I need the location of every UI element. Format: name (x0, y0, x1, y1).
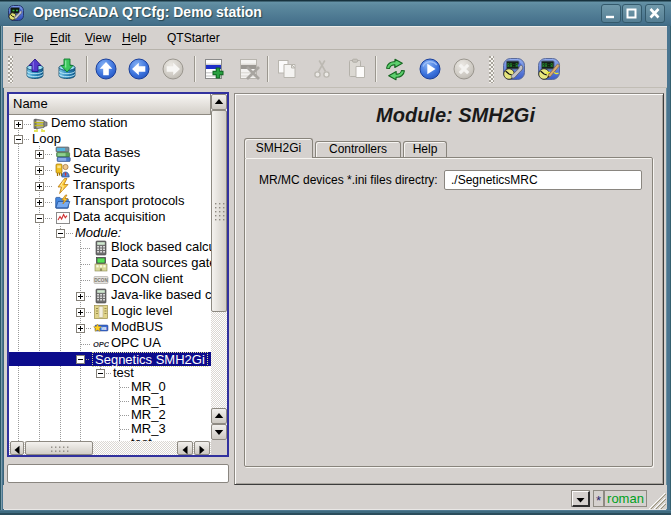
svg-text:88:8: 88:8 (542, 63, 553, 68)
svg-text:88:8: 88:8 (507, 63, 518, 68)
svg-text:OPC: OPC (93, 340, 109, 349)
svg-text:MB: MB (101, 327, 107, 331)
svg-text:DCON: DCON (94, 278, 108, 283)
